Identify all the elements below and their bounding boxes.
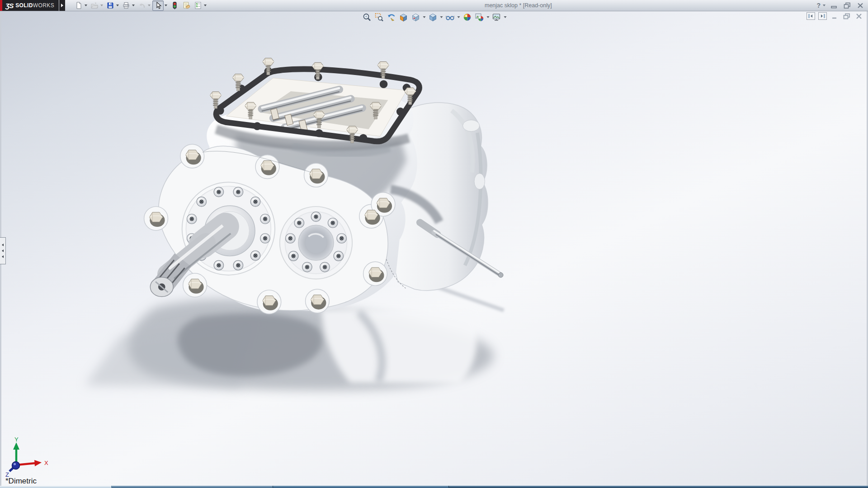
view-settings-button[interactable] xyxy=(491,12,502,22)
solidworks-logo: ƷS SOLIDWORKS xyxy=(0,0,59,11)
section-view-icon xyxy=(399,13,408,22)
pane-right-arrow-icon xyxy=(820,14,826,19)
status-bar-segment xyxy=(112,486,273,488)
help-dropdown[interactable] xyxy=(822,5,826,6)
traffic-light-icon xyxy=(170,1,179,9)
open-dropdown[interactable] xyxy=(99,5,104,6)
doc-close-button[interactable] xyxy=(854,13,863,20)
previous-view-button[interactable] xyxy=(386,12,397,22)
apply-scene-icon xyxy=(475,13,484,22)
headsup-view-toolbar xyxy=(361,12,507,22)
undo-button[interactable] xyxy=(137,1,147,10)
doc-restore-button[interactable] xyxy=(842,13,851,20)
print-button[interactable] xyxy=(121,1,131,10)
undo-dropdown[interactable] xyxy=(147,5,151,6)
display-style-button[interactable] xyxy=(427,12,439,22)
save-floppy-icon xyxy=(106,1,114,9)
solidworks-logo-text-bold: SOLID xyxy=(15,2,33,9)
document-window-controls xyxy=(807,12,863,20)
zoom-to-fit-icon xyxy=(362,13,371,22)
doc-minimize-button[interactable] xyxy=(830,13,839,20)
y-axis-arrow xyxy=(13,442,19,450)
section-view-button[interactable] xyxy=(398,12,409,22)
status-bar-segment xyxy=(0,486,112,488)
menu-flyout-button[interactable] xyxy=(59,0,65,11)
window-controls: ? xyxy=(816,0,865,11)
titlebar: ƷS SOLIDWORKS xyxy=(0,0,868,11)
x-axis-arrow xyxy=(34,460,42,466)
left-arrow-icon xyxy=(2,244,4,246)
new-document-dropdown[interactable] xyxy=(84,5,88,6)
select-cursor-icon xyxy=(154,1,162,9)
hide-show-items-button[interactable] xyxy=(444,12,456,22)
open-folder-icon xyxy=(90,1,99,9)
print-dropdown[interactable] xyxy=(131,5,135,6)
solidworks-logo-mark-icon: ƷS xyxy=(5,2,13,9)
gearbox-3d-model[interactable] xyxy=(0,11,868,486)
y-axis-label: Y xyxy=(14,437,19,443)
view-settings-icon xyxy=(492,13,501,22)
left-arrow-icon xyxy=(2,255,4,258)
minimize-button[interactable] xyxy=(829,1,839,9)
options-checklist-icon xyxy=(194,1,202,9)
help-button[interactable]: ? xyxy=(816,2,826,9)
featuremanager-collapsed-tab[interactable] xyxy=(0,237,6,264)
right-arrow-icon xyxy=(61,4,63,7)
display-style-icon xyxy=(428,13,437,22)
help-label: ? xyxy=(816,2,821,9)
zoom-to-area-button[interactable] xyxy=(373,12,385,22)
close-button[interactable] xyxy=(855,1,865,9)
solidworks-logo-text-light: WORKS xyxy=(33,2,54,9)
status-bar-segment xyxy=(449,486,868,488)
view-settings-dropdown[interactable] xyxy=(503,16,507,18)
new-document-icon xyxy=(75,1,83,9)
save-dropdown[interactable] xyxy=(115,5,119,6)
pane-left-arrow-icon xyxy=(808,14,814,19)
status-bar xyxy=(0,486,868,488)
previous-view-icon xyxy=(387,13,396,22)
collapse-pane-right-button[interactable] xyxy=(818,12,827,20)
graphics-area[interactable]: Y X Z *Dimetric xyxy=(0,11,868,486)
collapse-pane-left-button[interactable] xyxy=(807,12,815,20)
edit-appearance-button[interactable] xyxy=(462,12,473,22)
printer-icon xyxy=(122,1,130,9)
apply-scene-dropdown[interactable] xyxy=(486,16,490,18)
select-dropdown[interactable] xyxy=(164,5,168,6)
rebuild-button[interactable] xyxy=(169,1,179,10)
document-title: menjac sklop * [Read-only] xyxy=(485,2,552,9)
hide-show-items-dropdown[interactable] xyxy=(457,16,461,18)
file-properties-button[interactable] xyxy=(181,1,191,10)
left-arrow-icon xyxy=(2,249,4,252)
select-button[interactable] xyxy=(152,0,164,11)
options-dropdown[interactable] xyxy=(203,5,207,6)
zoom-to-fit-button[interactable] xyxy=(361,12,373,22)
z-axis-ball xyxy=(12,462,20,469)
appearance-ball-icon xyxy=(462,13,472,22)
apply-scene-button[interactable] xyxy=(474,12,485,22)
view-orientation-icon xyxy=(411,13,420,22)
view-orientation-label: *Dimetric xyxy=(5,477,37,486)
status-bar-segment xyxy=(273,486,449,488)
menu-bar-toolbar xyxy=(73,0,208,11)
x-axis-label: X xyxy=(44,460,48,466)
restore-button[interactable] xyxy=(842,1,852,9)
display-style-dropdown[interactable] xyxy=(439,16,443,18)
file-properties-icon xyxy=(182,1,190,9)
eyeglasses-icon xyxy=(445,13,454,22)
new-document-button[interactable] xyxy=(73,1,84,10)
zoom-to-area-icon xyxy=(374,13,383,22)
view-orientation-button[interactable] xyxy=(410,12,421,22)
save-button[interactable] xyxy=(105,1,115,10)
view-orientation-dropdown[interactable] xyxy=(422,16,426,18)
reference-triad: Y X Z xyxy=(3,437,57,479)
options-button[interactable] xyxy=(193,1,203,10)
open-button[interactable] xyxy=(89,1,99,10)
undo-arrow-icon xyxy=(138,1,146,9)
secondary-bearing-flange xyxy=(280,206,352,279)
